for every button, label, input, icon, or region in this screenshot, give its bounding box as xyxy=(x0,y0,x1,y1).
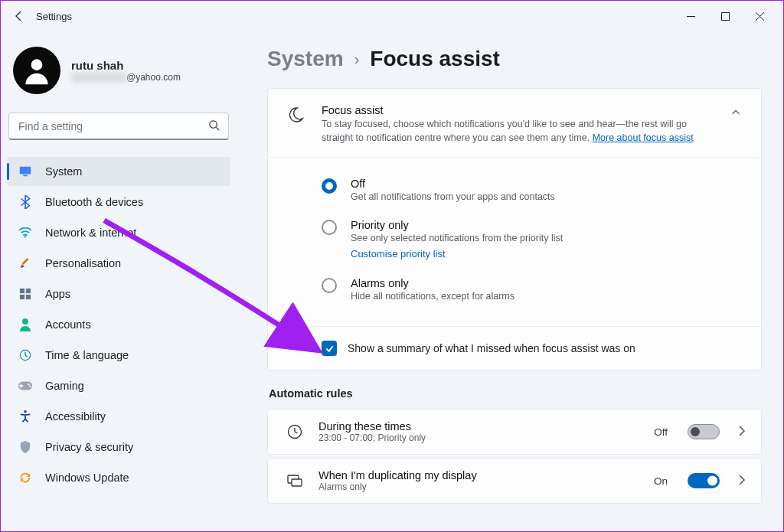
svg-rect-10 xyxy=(26,295,31,299)
svg-rect-3 xyxy=(20,167,31,175)
option-label: Priority only xyxy=(351,219,563,231)
option-label: Off xyxy=(351,178,555,190)
bluetooth-icon xyxy=(18,194,33,210)
svg-rect-4 xyxy=(23,175,27,177)
sidebar-item-system[interactable]: System xyxy=(7,157,230,186)
search-input[interactable] xyxy=(8,113,229,140)
focus-option-2: Alarms only Hide all notifications, exce… xyxy=(322,271,746,312)
sidebar-item-time[interactable]: Time & language xyxy=(7,341,230,370)
rule-state: On xyxy=(654,475,668,487)
card-title: Focus assist xyxy=(322,104,710,116)
card-desc: To stay focused, choose which notificati… xyxy=(322,118,710,145)
sidebar-item-label: Personalisation xyxy=(45,257,121,269)
svg-rect-8 xyxy=(26,289,31,293)
option-desc: See only selected notifications from the… xyxy=(351,233,563,243)
system-icon xyxy=(18,164,33,179)
sidebar-item-apps[interactable]: Apps xyxy=(7,279,230,308)
svg-point-1 xyxy=(31,59,43,70)
svg-point-17 xyxy=(24,410,27,413)
sidebar-item-label: Bluetooth & devices xyxy=(45,196,143,208)
apps-icon xyxy=(18,286,33,302)
svg-point-15 xyxy=(28,383,29,385)
rules-heading: Automatic rules xyxy=(269,387,762,400)
rule-title: When I'm duplicating my display xyxy=(318,469,639,481)
minimize-button[interactable] xyxy=(674,4,708,28)
search-box[interactable] xyxy=(8,113,229,140)
rule-toggle[interactable] xyxy=(688,473,720,488)
sidebar-item-label: Privacy & security xyxy=(45,441,133,453)
rule-icon xyxy=(286,423,303,440)
focus-assist-card: Focus assist To stay focused, choose whi… xyxy=(267,88,762,370)
accounts-icon xyxy=(18,317,33,332)
chevron-right-icon xyxy=(735,475,749,488)
privacy-icon xyxy=(18,439,33,455)
avatar xyxy=(13,47,60,94)
sidebar-item-accounts[interactable]: Accounts xyxy=(7,310,230,339)
search-icon xyxy=(208,119,220,133)
sidebar-item-gaming[interactable]: Gaming xyxy=(7,371,230,400)
option-desc: Hide all notifications, except for alarm… xyxy=(351,291,514,302)
svg-rect-7 xyxy=(20,289,24,293)
collapse-button[interactable] xyxy=(726,104,746,123)
user-header[interactable]: rutu shah xxxxxx@yahoo.com xyxy=(7,39,230,113)
option-link[interactable]: Customise priority list xyxy=(351,248,446,259)
svg-rect-9 xyxy=(20,295,24,299)
sidebar-item-bluetooth[interactable]: Bluetooth & devices xyxy=(7,188,230,217)
rule-icon xyxy=(286,472,303,489)
radio-0[interactable] xyxy=(322,178,337,194)
network-icon xyxy=(18,225,33,240)
rule-state: Off xyxy=(654,426,668,438)
more-link[interactable]: More about focus assist xyxy=(593,132,694,143)
svg-rect-20 xyxy=(292,479,302,486)
sidebar-item-accessibility[interactable]: Accessibility xyxy=(7,402,230,431)
rule-toggle[interactable] xyxy=(688,424,720,439)
summary-checkbox[interactable] xyxy=(322,341,337,356)
svg-rect-6 xyxy=(22,258,29,265)
back-button[interactable] xyxy=(7,4,31,28)
sidebar-item-network[interactable]: Network & internet xyxy=(7,218,230,247)
time-icon xyxy=(18,348,33,363)
sidebar: rutu shah xxxxxx@yahoo.com SystemBluetoo… xyxy=(1,31,237,531)
sidebar-item-label: System xyxy=(45,165,82,178)
gaming-icon xyxy=(18,378,33,393)
sidebar-item-label: Windows Update xyxy=(45,472,129,484)
maximize-button[interactable] xyxy=(708,4,743,28)
option-label: Alarms only xyxy=(351,277,514,289)
personalisation-icon xyxy=(18,256,33,271)
rule-sub: 23:00 - 07:00; Priority only xyxy=(318,432,639,443)
sidebar-item-label: Network & internet xyxy=(45,227,136,239)
accessibility-icon xyxy=(18,409,33,424)
rule-sub: Alarms only xyxy=(318,481,639,492)
update-icon xyxy=(18,470,33,485)
sidebar-item-label: Apps xyxy=(45,288,70,300)
rule-title: During these times xyxy=(318,420,639,432)
sidebar-item-label: Accounts xyxy=(45,318,91,331)
summary-label: Show a summary of what I missed when foc… xyxy=(348,342,635,354)
svg-point-5 xyxy=(24,236,27,238)
sidebar-item-label: Accessibility xyxy=(45,410,106,423)
svg-point-2 xyxy=(210,121,217,128)
sidebar-item-label: Gaming xyxy=(45,380,84,392)
sidebar-item-update[interactable]: Windows Update xyxy=(7,463,230,492)
user-email: xxxxxx@yahoo.com xyxy=(71,72,181,83)
close-button[interactable] xyxy=(743,4,777,28)
svg-point-11 xyxy=(22,318,28,325)
option-desc: Get all notifications from your apps and… xyxy=(351,191,555,202)
rule-0[interactable]: During these times 23:00 - 07:00; Priori… xyxy=(267,409,762,455)
radio-1[interactable] xyxy=(322,220,337,235)
chevron-right-icon xyxy=(735,426,749,439)
sidebar-item-personalisation[interactable]: Personalisation xyxy=(7,249,230,278)
sidebar-item-privacy[interactable]: Privacy & security xyxy=(7,432,230,462)
user-name: rutu shah xyxy=(71,59,181,72)
breadcrumb-parent[interactable]: System xyxy=(267,47,344,71)
titlebar: Settings xyxy=(1,1,783,31)
rule-1[interactable]: When I'm duplicating my display Alarms o… xyxy=(267,458,762,504)
svg-point-16 xyxy=(29,386,31,387)
breadcrumb: System › Focus assist xyxy=(267,47,762,71)
breadcrumb-current: Focus assist xyxy=(370,47,500,71)
radio-2[interactable] xyxy=(322,278,337,293)
sidebar-item-label: Time & language xyxy=(45,349,129,361)
moon-icon xyxy=(286,106,306,126)
nav-list: SystemBluetooth & devicesNetwork & inter… xyxy=(7,157,230,492)
chevron-right-icon: › xyxy=(354,51,360,68)
